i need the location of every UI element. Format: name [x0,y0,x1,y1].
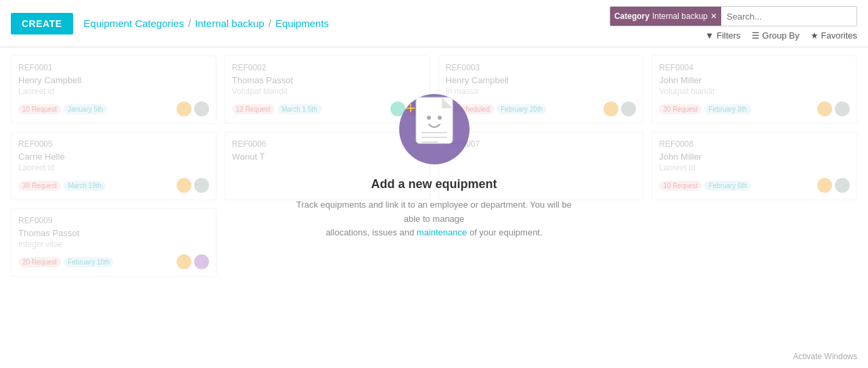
card-avatars [603,101,636,116]
avatar-1 [817,101,832,116]
card-footer: 38 Request March 19th [18,178,209,193]
card-item[interactable]: REF0008 John Miller Laoreet id 10 Reques… [652,132,857,200]
avatar-2 [621,101,636,116]
card-footer: 20 Request February 10th [18,254,209,269]
card-avatars [177,254,209,269]
card-ref: REF0003 [446,63,637,72]
card-desc: In massa [446,87,637,96]
card-item[interactable]: REF0006 Wonut T [225,132,430,200]
avatar-1 [603,101,618,116]
card-tags: 12 Request March 1 5th [232,104,321,114]
card-grid: REF0001 Henry Campbell Laoreet id 10 Req… [11,55,857,277]
top-bar: CREATE Equipment Categories / Internal b… [0,0,868,47]
card-name: Thomas Passot [232,75,423,85]
card-avatars [177,178,209,193]
breadcrumb-current: Equipments [275,18,329,29]
create-button[interactable]: CREATE [11,13,73,34]
card-tags: 38 Request March 19th [18,181,106,191]
card-avatars [817,101,850,116]
card-item[interactable]: REF0009 Thomas Passot Integer vitae 20 R… [11,208,216,277]
card-tag-2: January 5th [64,104,107,114]
avatar-1 [817,178,832,193]
card-name: Thomas Passot [18,228,209,238]
filter-icon: ▼ [705,30,714,41]
avatar-1 [177,254,191,269]
card-ref: REF0009 [18,216,209,225]
card-tag-2: February 10th [64,257,114,267]
breadcrumb-link-equipment-categories[interactable]: Equipment Categories [84,18,184,29]
card-avatars [177,101,209,116]
card-ref: REF0005 [18,139,209,149]
card-tag-2: February 20th [497,104,547,114]
card-footer: 10 Request January 5th [18,101,209,116]
avatar-2 [835,101,850,116]
card-ref: REF0004 [659,63,850,72]
card-ref: REF0002 [232,63,423,72]
card-desc: Volutpat blandit [232,87,423,96]
card-item[interactable]: REF0007 [438,132,644,200]
card-desc: Laoreet id [18,163,209,172]
card-name: John Miller [659,75,850,85]
card-tags: 10 Request January 5th [18,104,107,114]
toolbar-actions: ▼ Filters ☰ Group By ★ Favorites [705,30,857,41]
card-ref: REF0001 [18,63,209,72]
card-name: Wonut T [232,152,423,162]
card-ref: REF0008 [659,139,850,149]
favorites-label: Favorites [821,30,857,41]
card-tag-2: March 1 5th [277,104,321,114]
breadcrumb-sep-2: / [269,18,271,29]
card-item[interactable]: REF0001 Henry Campbell Laoreet id 10 Req… [11,55,216,124]
card-tag-1: 10 Request [18,104,61,114]
card-footer: 12 Request March 1 5th [232,101,423,116]
card-item[interactable]: REF0002 Thomas Passot Volutpat blandit 1… [225,55,430,124]
breadcrumb: Equipment Categories / Internal backup /… [84,18,329,29]
card-footer: 30 Request February 8th [659,101,850,116]
card-item[interactable]: REF0004 John Miller Volutpat blandit 30 … [652,55,857,124]
favorites-button[interactable]: ★ Favorites [810,30,857,41]
card-tag-1: 12 Request [232,104,275,114]
card-name: Henry Campbell [446,75,637,85]
card-desc: Laoreet id [18,87,209,96]
card-tag-2: February 8th [704,104,751,114]
card-item[interactable]: REF0005 Carrie Helle Laoreet id 38 Reque… [11,132,216,200]
search-area: Category Internal backup ✕ [610,6,857,26]
category-label: Category [614,12,649,21]
card-desc: Integer vitae [18,239,209,249]
card-tag-2: February 6th [704,181,751,191]
category-filter-tag: Category Internal backup ✕ [610,7,721,26]
avatar-2 [194,178,209,193]
card-tag-2: March 19th [64,181,106,191]
search-input[interactable] [721,7,856,26]
card-item[interactable]: REF0003 Henry Campbell In massa 34 sched… [438,55,644,124]
avatar-2 [408,101,423,116]
breadcrumb-link-internal-backup[interactable]: Internal backup [195,18,265,29]
avatar-2 [835,178,850,193]
card-tag-1: 10 Request [659,181,702,191]
card-name: Henry Campbell [18,75,209,85]
card-footer: 10 Request February 6th [659,178,850,193]
card-name: Carrie Helle [18,152,209,162]
category-value: Internal backup [652,12,708,21]
card-ref: REF0007 [446,139,637,149]
card-tags: 20 Request February 10th [18,257,114,267]
category-close-icon[interactable]: ✕ [710,12,717,21]
card-tag-1: 20 Request [18,257,61,267]
card-tag-1: 38 Request [18,181,61,191]
avatar-1 [390,101,405,116]
card-tags: 10 Request February 6th [659,181,751,191]
card-desc: Volutpat blandit [659,87,850,96]
card-tag-1: 30 Request [659,104,702,114]
card-avatars [390,101,423,116]
avatar-1 [177,178,191,193]
groupby-button[interactable]: ☰ Group By [752,30,800,41]
filters-button[interactable]: ▼ Filters [705,30,740,41]
avatar-2 [194,101,209,116]
main-area: REF0001 Henry Campbell Laoreet id 10 Req… [0,47,868,285]
card-tag-1: 34 scheduled [446,104,495,114]
avatar-1 [177,101,191,116]
avatar-2 [194,254,209,269]
breadcrumb-sep-1: / [188,18,191,29]
filters-label: Filters [716,30,740,41]
card-footer: 34 scheduled February 20th [446,101,637,116]
card-name: John Miller [659,152,850,162]
